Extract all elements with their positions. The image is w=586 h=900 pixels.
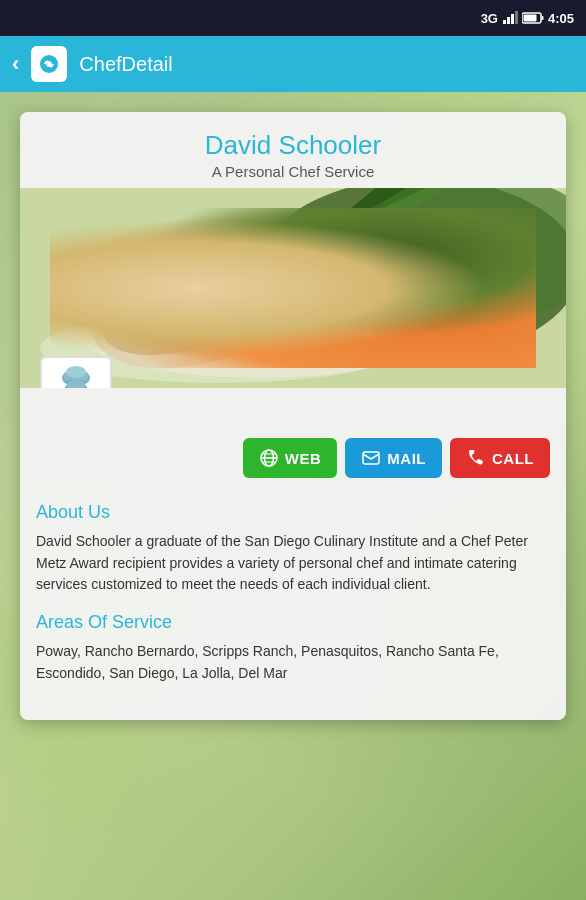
svg-rect-2 — [511, 14, 514, 24]
food-image-container — [20, 188, 566, 388]
svg-rect-38 — [363, 452, 379, 464]
svg-point-30 — [66, 366, 86, 378]
svg-point-14 — [117, 235, 324, 371]
status-bar: 3G 4:05 — [0, 0, 586, 36]
app-title: ChefDetail — [79, 53, 172, 76]
svg-rect-3 — [515, 11, 518, 24]
svg-rect-5 — [523, 15, 536, 22]
call-button[interactable]: CALL — [450, 438, 550, 478]
svg-point-22 — [331, 322, 359, 350]
background: David Schooler A Personal Chef Service — [0, 92, 586, 900]
svg-point-13 — [80, 226, 321, 388]
about-us-text: David Schooler a graduate of the San Die… — [36, 531, 550, 596]
globe-icon — [259, 448, 279, 468]
svg-rect-6 — [541, 16, 543, 20]
svg-point-21 — [312, 325, 348, 361]
areas-of-service-text: Poway, Rancho Bernardo, Scripps Ranch, P… — [36, 641, 550, 684]
chef-name: David Schooler — [36, 130, 550, 161]
mail-button[interactable]: MAIL — [345, 438, 442, 478]
app-bar: ‹ ChefDetail — [0, 36, 586, 92]
svg-point-11 — [400, 188, 566, 318]
svg-rect-0 — [503, 20, 506, 24]
svg-point-26 — [267, 335, 273, 341]
areas-of-service-title: Areas Of Service — [36, 612, 550, 633]
back-button[interactable]: ‹ — [12, 51, 19, 77]
svg-point-10 — [260, 188, 566, 358]
chef-subtitle: A Personal Chef Service — [36, 163, 550, 180]
svg-point-16 — [130, 263, 260, 348]
mail-button-label: MAIL — [387, 450, 426, 467]
svg-point-15 — [93, 256, 267, 371]
svg-point-25 — [246, 329, 254, 337]
web-button[interactable]: WEB — [243, 438, 338, 478]
svg-point-12 — [60, 258, 460, 378]
chef-avatar — [40, 356, 112, 388]
svg-point-27 — [227, 337, 234, 344]
battery-icon — [522, 11, 544, 25]
call-button-label: CALL — [492, 450, 534, 467]
about-us-title: About Us — [36, 502, 550, 523]
chef-header: David Schooler A Personal Chef Service — [20, 112, 566, 188]
svg-point-23 — [305, 323, 325, 343]
app-logo — [31, 46, 67, 82]
signal-bars-icon — [502, 10, 518, 26]
chef-avatar-icon — [46, 362, 106, 388]
signal-indicator: 3G — [481, 11, 498, 26]
phone-icon — [466, 448, 486, 468]
mail-icon — [361, 448, 381, 468]
svg-rect-1 — [507, 17, 510, 24]
status-icons: 3G 4:05 — [481, 10, 574, 26]
svg-point-8 — [46, 61, 52, 67]
web-button-label: WEB — [285, 450, 322, 467]
chef-detail-card: David Schooler A Personal Chef Service — [20, 112, 566, 720]
card-content: About Us David Schooler a graduate of th… — [20, 490, 566, 720]
logo-icon — [38, 53, 60, 75]
action-buttons-row: WEB MAIL CALL — [20, 388, 566, 490]
clock: 4:05 — [548, 11, 574, 26]
